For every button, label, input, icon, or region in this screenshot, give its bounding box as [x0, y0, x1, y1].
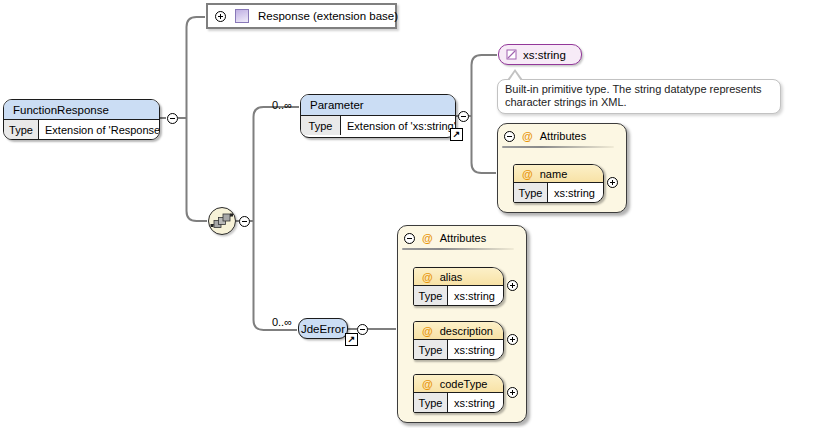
sequence-icon [209, 208, 234, 233]
panel-divider [402, 248, 514, 250]
type-value-cell: xs:string [448, 286, 503, 305]
simple-type-icon [506, 49, 517, 60]
attribute-at-icon: @ [522, 130, 533, 142]
xs-string-tooltip: Built-in primitive type. The string data… [497, 79, 781, 114]
navigate-arrow-glyph: ↗ [453, 130, 461, 139]
attribute-name-label: name [540, 168, 568, 180]
schema-diagram: Response (extension base) FunctionRespon… [0, 0, 819, 428]
parameter-navigate-icon[interactable]: ↗ [450, 128, 463, 141]
attribute-description-expand-toggle[interactable] [507, 334, 518, 345]
jde-error-attributes-title: Attributes [440, 232, 486, 244]
parameter-type-row: Type Extension of 'xs:string' [301, 116, 455, 135]
attribute-codetype-box[interactable]: @ codeType Type xs:string [413, 374, 504, 413]
sequence-compositor[interactable] [208, 207, 236, 235]
jde-error-box[interactable]: JdeError [298, 318, 348, 339]
parameter-box[interactable]: Parameter Type Extension of 'xs:string' [300, 94, 456, 138]
type-label-cell: Type [301, 116, 341, 135]
type-label-cell: Type [414, 393, 448, 412]
attribute-name-expand-toggle[interactable] [607, 177, 618, 188]
attribute-alias-expand-toggle[interactable] [507, 280, 518, 291]
attribute-at-icon: @ [422, 271, 433, 283]
jde-error-cardinality: 0..∞ [258, 316, 292, 328]
attribute-name-type-row: Type xs:string [514, 183, 603, 202]
type-label-cell: Type [414, 340, 448, 359]
function-response-header[interactable]: FunctionResponse [4, 100, 159, 120]
type-label-cell: Type [414, 286, 448, 305]
attribute-at-icon: @ [522, 168, 533, 180]
attribute-alias-header[interactable]: @ alias [414, 268, 503, 286]
type-value-cell: Extension of 'Response' [39, 120, 160, 139]
complex-type-icon [235, 9, 249, 23]
attribute-alias-box[interactable]: @ alias Type xs:string [413, 267, 504, 306]
xs-string-box[interactable]: xs:string [498, 44, 582, 65]
attribute-codetype-expand-toggle[interactable] [507, 387, 518, 398]
attribute-codetype-type-row: Type xs:string [414, 393, 503, 412]
attribute-alias-label: alias [440, 271, 463, 283]
function-response-type-row: Type Extension of 'Response' [4, 120, 159, 139]
parameter-cardinality: 0..∞ [258, 99, 292, 111]
tooltip-pointer-fill [509, 72, 521, 81]
attribute-codetype-label: codeType [440, 378, 488, 390]
attribute-name-header[interactable]: @ name [514, 165, 603, 183]
parameter-header[interactable]: Parameter [301, 95, 455, 116]
type-label-cell: Type [514, 183, 548, 202]
panel-divider [502, 146, 614, 148]
attribute-at-icon: @ [422, 378, 433, 390]
parameter-attributes-panel[interactable]: @ Attributes @ name Type xs:string [497, 123, 627, 213]
parameter-attributes-header: @ Attributes [498, 124, 626, 142]
type-label-cell: Type [4, 120, 39, 139]
parameter-collapse-toggle[interactable] [458, 111, 469, 122]
tooltip-text: Built-in primitive type. The string data… [505, 83, 762, 108]
type-value-cell: xs:string [548, 183, 603, 202]
navigate-arrow-glyph: ↗ [348, 335, 356, 344]
jde-error-attributes-collapse-toggle[interactable] [404, 233, 415, 244]
parameter-attributes-collapse-toggle[interactable] [504, 131, 515, 142]
jde-error-name: JdeError [301, 323, 345, 335]
jde-error-collapse-toggle[interactable] [357, 324, 368, 335]
type-value-cell: xs:string [448, 393, 503, 412]
attribute-description-box[interactable]: @ description Type xs:string [413, 321, 504, 360]
function-response-collapse-toggle[interactable] [167, 113, 178, 124]
jde-error-navigate-icon[interactable]: ↗ [345, 333, 358, 346]
attribute-at-icon: @ [422, 232, 433, 244]
parameter-name: Parameter [310, 99, 364, 111]
function-response-name: FunctionResponse [13, 104, 109, 116]
attribute-name-box[interactable]: @ name Type xs:string [513, 164, 604, 203]
attribute-codetype-header[interactable]: @ codeType [414, 375, 503, 393]
extension-base-label: Response (extension base) [258, 10, 398, 22]
type-value-cell: xs:string [448, 340, 503, 359]
extension-base-expand-toggle[interactable] [215, 11, 226, 22]
attribute-description-label: description [440, 325, 493, 337]
parameter-attributes-title: Attributes [540, 130, 586, 142]
attribute-alias-type-row: Type xs:string [414, 286, 503, 305]
type-value-cell: Extension of 'xs:string' [341, 116, 456, 135]
attribute-at-icon: @ [422, 325, 433, 337]
jde-error-attributes-header: @ Attributes [398, 226, 526, 244]
attribute-description-type-row: Type xs:string [414, 340, 503, 359]
function-response-box[interactable]: FunctionResponse Type Extension of 'Resp… [3, 99, 160, 140]
attribute-description-header[interactable]: @ description [414, 322, 503, 340]
xs-string-label: xs:string [523, 49, 566, 61]
sequence-collapse-toggle[interactable] [239, 216, 250, 227]
extension-base-box[interactable]: Response (extension base) [206, 3, 397, 29]
